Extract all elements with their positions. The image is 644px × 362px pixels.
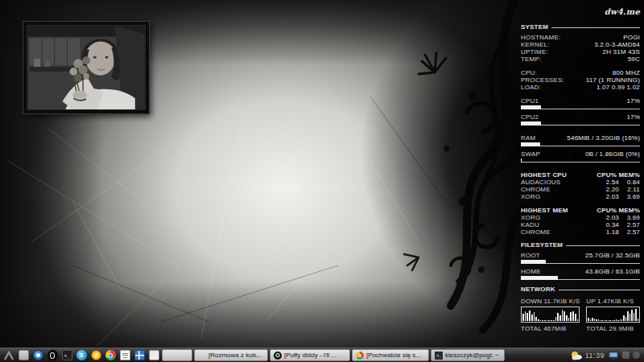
taskbar-window-blank[interactable] — [162, 349, 192, 361]
root-bar — [521, 261, 640, 264]
cpu-info-row: PROCESSES:117 (1 RUNNING) — [521, 76, 640, 84]
process-row: AUDACIOUS2.540.84 — [521, 179, 640, 186]
system-row: KERNEL:3.2.0-3-AMD64 — [521, 41, 640, 48]
file-manager-launcher[interactable] — [17, 349, 30, 362]
network-down: DOWN 11.7KiB K/S TOTAL 467MiB — [521, 298, 580, 332]
root-row: ROOT25.7GiB / 32.5GiB — [521, 252, 640, 259]
text-editor-icon — [120, 350, 130, 360]
network-tray-icon[interactable] — [633, 352, 640, 359]
cpu-info-row: CPU:800 MHZ — [521, 69, 640, 76]
section-network: NETWORK — [521, 286, 640, 293]
swap-row: SWAP0B / 1.86GiB (0%) — [521, 150, 640, 158]
network-graphs: DOWN 11.7KiB K/S TOTAL 467MiB UP 1.47KiB… — [521, 298, 640, 332]
home-bar — [521, 277, 640, 280]
terminal-icon: >_ — [435, 352, 443, 360]
download-total: TOTAL 467MiB — [521, 325, 580, 332]
opera-launcher[interactable] — [46, 349, 59, 362]
cpu1-row: CPU117% — [521, 97, 640, 105]
file-manager-icon — [19, 350, 29, 360]
wallpaper-signature: dw4.me — [521, 8, 640, 15]
system-row: TEMP:59C — [521, 56, 640, 63]
terminal-icon: >_ — [62, 350, 72, 360]
skype-launcher[interactable]: S — [75, 349, 88, 362]
audacious-launcher[interactable] — [89, 349, 102, 362]
opera-icon — [47, 350, 58, 360]
system-row: UPTIME:2H 31M 43S — [521, 48, 640, 56]
taskbar-window-chrome[interactable]: [Pochwalcie się s... — [352, 349, 429, 361]
app-grid-launcher[interactable] — [133, 349, 146, 362]
chrome-icon — [105, 350, 116, 360]
download-graph — [521, 306, 580, 323]
kadu-launcher[interactable] — [31, 349, 44, 362]
taskbar: >_ S [Rozmowa z kub... O [Puffy diddy - … — [0, 348, 644, 362]
process-row: XORG2.033.69 — [521, 214, 640, 221]
home-row: HOME43.8GiB / 63.1GiB — [521, 268, 640, 275]
conky-monitor: dw4.me SYSTEM HOSTNAME:POGI KERNEL:3.2.0… — [521, 8, 640, 332]
cpu-info-row: LOAD:1.07 0.99 1.02 — [521, 84, 640, 91]
audacious-icon — [91, 350, 101, 360]
section-system: SYSTEM — [521, 23, 640, 31]
desktop-wallpaper: dw4.me SYSTEM HOSTNAME:POGI KERNEL:3.2.0… — [0, 0, 644, 362]
ram-bar — [521, 143, 640, 146]
opera-icon: O — [274, 352, 282, 360]
process-row: XORG2.033.69 — [521, 193, 640, 200]
photo-girl-with-flowers — [27, 25, 146, 110]
weather-icon[interactable] — [570, 351, 582, 360]
cpu1-bar — [521, 106, 640, 109]
clock[interactable]: 11:39 — [585, 352, 605, 360]
system-tray: 11:39 — [570, 351, 642, 360]
scratch-lines — [8, 80, 419, 346]
terminal-launcher[interactable]: >_ — [60, 349, 73, 362]
taskbar-window-terminal[interactable]: >_ kleszczyk@pogi: ~ — [431, 349, 505, 361]
taskbar-window-kadu-chat[interactable]: [Rozmowa z kub... — [194, 349, 268, 361]
highest-mem-header: HIGHEST MEMCPU% MEM% — [521, 207, 640, 214]
text-editor-launcher[interactable] — [118, 349, 131, 362]
process-row: CHROME2.202.11 — [521, 186, 640, 193]
menu-logo-icon — [3, 351, 14, 360]
blank-window-icon — [149, 350, 159, 360]
floral-berries — [444, 93, 514, 273]
dark-scratches — [72, 97, 451, 322]
cpu2-row: CPU217% — [521, 113, 640, 121]
blank-window-launcher[interactable] — [147, 349, 160, 362]
section-filesystem: FILESYSTEM — [521, 241, 640, 249]
cpu2-bar — [521, 122, 640, 125]
skype-icon: S — [76, 350, 87, 360]
display-tray-icon[interactable] — [608, 351, 619, 360]
kadu-chat-icon — [198, 352, 206, 360]
upload-total: TOTAL 29.9MiB — [586, 325, 640, 332]
app-grid-icon — [134, 350, 145, 360]
photo-widget — [23, 21, 150, 114]
highest-cpu-header: HIGHEST CPUCPU% MEM% — [521, 171, 640, 179]
process-row: CHROME1.182.57 — [521, 228, 640, 236]
process-row: KADU0.342.57 — [521, 221, 640, 228]
system-row: HOSTNAME:POGI — [521, 34, 640, 41]
ram-row: RAM546MiB / 3.20GiB (16%) — [521, 134, 640, 142]
chrome-icon — [356, 352, 364, 360]
swap-bar — [521, 159, 640, 162]
taskbar-window-opera[interactable]: O [Puffy diddy - I'll ... — [270, 349, 350, 361]
chrome-launcher[interactable] — [104, 349, 117, 362]
upload-graph — [586, 306, 640, 323]
menu-button[interactable] — [2, 349, 15, 362]
network-up: UP 1.47KiB K/S TOTAL 29.9MiB — [586, 298, 640, 332]
kadu-messenger-icon — [33, 350, 43, 360]
volume-tray-icon[interactable] — [622, 352, 630, 359]
